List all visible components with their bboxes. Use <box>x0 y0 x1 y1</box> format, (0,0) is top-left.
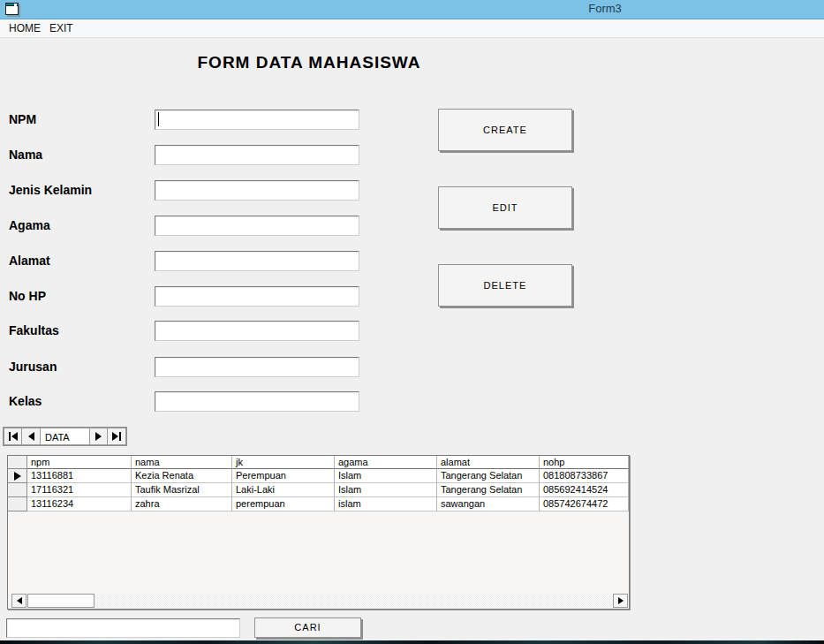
cari-button[interactable]: CARI <box>254 617 361 638</box>
grid-header-nama: nama <box>132 456 232 469</box>
icon-dot <box>14 4 17 6</box>
search-input[interactable] <box>6 618 240 638</box>
titlebar: Form3 <box>0 0 824 19</box>
grid-header-agama: agama <box>335 456 437 469</box>
current-record-arrow-icon <box>14 472 21 481</box>
scroll-right-button[interactable] <box>613 594 628 608</box>
text-caret <box>158 112 159 126</box>
alamat-input[interactable] <box>155 251 359 271</box>
agama-input[interactable] <box>155 216 359 236</box>
kelas-input[interactable] <box>155 391 359 412</box>
no-hp-input[interactable] <box>155 286 359 307</box>
window-title: Form3 <box>565 2 645 15</box>
grid-header-row: npm nama jk agama alamat nohp <box>8 456 629 469</box>
next-record-icon <box>95 432 102 441</box>
menu-item-home[interactable]: HOME <box>9 22 41 34</box>
first-record-button[interactable] <box>4 428 22 445</box>
grid-header-alamat: alamat <box>437 456 540 469</box>
data-navigator-caption: DATA <box>41 428 89 445</box>
field-label-fakultas: Fakultas <box>9 321 59 341</box>
record-selector[interactable] <box>8 483 27 497</box>
field-label-jurusan: Jurusan <box>9 357 57 377</box>
scroll-left-button[interactable] <box>11 594 26 608</box>
page-title: FORM DATA MAHASISWA <box>137 53 481 72</box>
field-label-nama: Nama <box>9 145 42 165</box>
grid-header-jk: jk <box>232 456 335 469</box>
jurusan-input[interactable] <box>155 357 359 377</box>
table-row[interactable]: 13116881 Kezia Renata Perempuan Islam Ta… <box>8 469 629 483</box>
delete-button[interactable]: DELETE <box>438 264 572 307</box>
grid-header-npm: npm <box>27 456 132 469</box>
last-record-button[interactable] <box>108 428 126 445</box>
data-grid: npm nama jk agama alamat nohp 13116881 K… <box>7 455 630 610</box>
previous-record-icon <box>28 432 34 441</box>
current-record-indicator[interactable] <box>8 469 27 483</box>
menu-item-exit[interactable]: EXIT <box>49 22 73 34</box>
form-window-icon <box>5 3 19 15</box>
scrollbar-thumb[interactable] <box>27 594 94 608</box>
grid-horizontal-scrollbar[interactable] <box>9 594 628 608</box>
table-row[interactable]: 13116234 zahra perempuan islam sawangan … <box>8 497 629 511</box>
menubar: HOME EXIT <box>0 19 824 38</box>
last-record-icon <box>112 432 118 441</box>
jenis-kelamin-input[interactable] <box>155 180 359 201</box>
grid-header-selector <box>8 456 27 469</box>
field-label-alamat: Alamat <box>9 251 50 271</box>
create-button[interactable]: CREATE <box>438 109 572 151</box>
field-label-no-hp: No HP <box>9 286 46 307</box>
npm-input[interactable] <box>155 110 359 130</box>
field-label-agama: Agama <box>9 216 50 236</box>
fakultas-input[interactable] <box>155 321 359 341</box>
field-label-npm: NPM <box>9 110 36 130</box>
desktop-background-strip <box>0 640 824 644</box>
field-label-jenis-kelamin: Jenis Kelamin <box>9 180 92 201</box>
first-record-icon <box>9 432 11 441</box>
data-navigator: DATA <box>3 427 127 446</box>
scroll-right-icon <box>618 597 624 604</box>
previous-record-button[interactable] <box>22 428 41 445</box>
next-record-button[interactable] <box>89 428 108 445</box>
edit-button[interactable]: EDIT <box>438 186 572 229</box>
table-row[interactable]: 17116321 Taufik Masrizal Laki-Laki Islam… <box>8 483 629 497</box>
nama-input[interactable] <box>155 145 359 165</box>
form3-window: Form3 HOME EXIT FORM DATA MAHASISWA NPM … <box>0 0 824 644</box>
grid-header-nohp: nohp <box>540 456 629 469</box>
record-selector[interactable] <box>8 497 27 511</box>
scroll-left-icon <box>17 597 22 604</box>
field-label-kelas: Kelas <box>9 391 42 412</box>
